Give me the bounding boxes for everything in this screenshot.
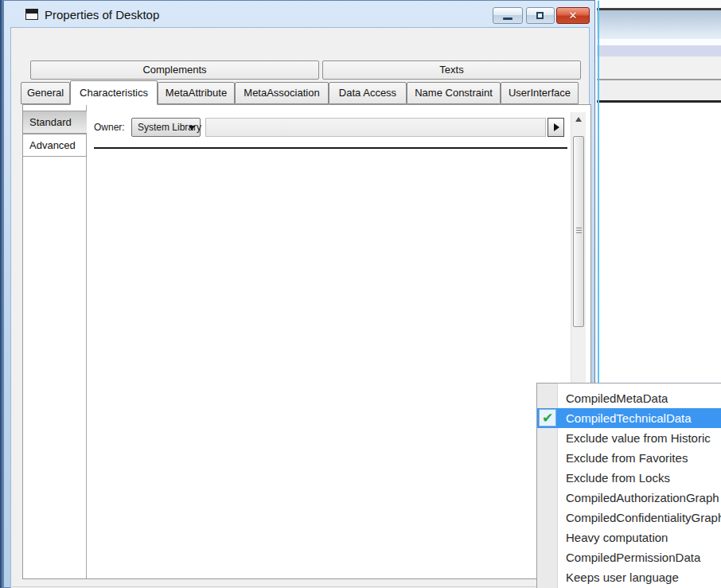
characteristics-panel: Standard Advanced Owner: System Library — [22, 104, 591, 579]
check-icon: ✔ — [539, 409, 556, 426]
owner-browse-button[interactable] — [548, 118, 564, 137]
bg-titlebar-band — [597, 10, 721, 39]
tab-characteristics[interactable]: Characteristics — [70, 80, 158, 105]
chevron-down-icon — [189, 126, 195, 130]
owner-label: Owner: — [94, 122, 125, 133]
minimize-icon — [503, 18, 512, 20]
sidebar-divider — [86, 105, 87, 578]
window-icon — [25, 9, 38, 20]
properties-dialog: Properties of Desktop ✕ Complements Text… — [3, 0, 595, 588]
scrollbar-up-button[interactable] — [571, 112, 587, 126]
side-tab-advanced[interactable]: Advanced — [23, 134, 87, 157]
tab-complements[interactable]: Complements — [30, 60, 319, 80]
close-button[interactable]: ✕ — [556, 7, 590, 24]
popup-item-compiledpermissiondata[interactable]: CompiledPermissionData — [537, 547, 721, 567]
tab-name-constraint[interactable]: Name Constraint — [407, 82, 501, 104]
extended-properties-popup: CompiledMetaData ✔ CompiledTechnicalData… — [536, 383, 721, 588]
close-icon: ✕ — [557, 10, 589, 21]
scrollbar-thumb[interactable] — [573, 136, 584, 327]
separator-line — [94, 147, 567, 149]
tab-metaassociation[interactable]: MetaAssociation — [235, 82, 329, 104]
titlebar[interactable]: Properties of Desktop ✕ — [5, 2, 595, 27]
popup-item-compiledconfidentialitygraph[interactable]: CompiledConfidentialityGraph — [537, 508, 721, 528]
arrow-right-icon — [554, 123, 559, 131]
owner-path-field[interactable] — [205, 118, 546, 137]
popup-item-exclude-from-favorites[interactable]: Exclude from Favorites — [537, 448, 721, 468]
tab-metaattribute[interactable]: MetaAttribute — [158, 82, 235, 104]
window-title: Properties of Desktop — [45, 8, 159, 21]
bg-band — [597, 39, 721, 45]
tab-general[interactable]: General — [21, 82, 70, 104]
bg-band — [597, 45, 721, 56]
popup-item-exclude-from-locks[interactable]: Exclude from Locks — [537, 468, 721, 488]
arrow-up-icon — [575, 117, 582, 122]
screen: Properties of Desktop ✕ Complements Text… — [0, 0, 721, 588]
bg-band — [597, 56, 721, 79]
popup-item-compiledmetadata[interactable]: CompiledMetaData — [537, 388, 721, 408]
maximize-icon — [536, 12, 544, 19]
popup-item-keeps-user-language[interactable]: Keeps user language — [537, 567, 721, 587]
popup-item-compiledauthorizationgraph[interactable]: CompiledAuthorizationGraph — [537, 488, 721, 508]
tab-userinterface[interactable]: UserInterface — [501, 82, 579, 104]
scrollbar-grip-icon — [576, 228, 582, 235]
tab-texts[interactable]: Texts — [322, 60, 581, 80]
dialog-body: Complements Texts General Characteristic… — [10, 27, 590, 588]
tab-data-access[interactable]: Data Access — [329, 82, 407, 104]
bg-band — [597, 0, 721, 8]
maximize-button[interactable] — [526, 7, 555, 24]
popup-item-heavy-computation[interactable]: Heavy computation — [537, 528, 721, 547]
field-row-owner: Owner: System Library — [23, 118, 592, 137]
popup-item-compiledtechnicaldata[interactable]: ✔ CompiledTechnicalData — [537, 408, 721, 428]
bg-band — [597, 80, 721, 100]
popup-item-exclude-value-from-historic[interactable]: Exclude value from Historic — [537, 428, 721, 448]
owner-select[interactable]: System Library — [131, 118, 201, 137]
minimize-button[interactable] — [493, 7, 523, 24]
